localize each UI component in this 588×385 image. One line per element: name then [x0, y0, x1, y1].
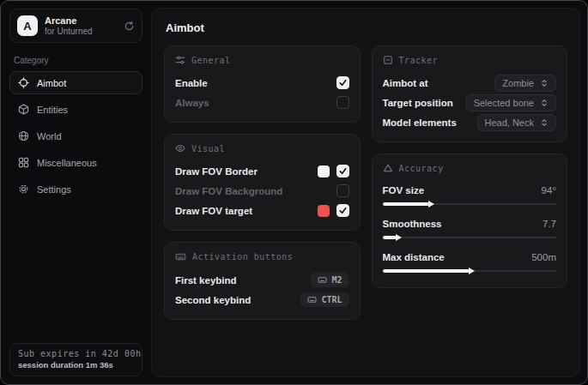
- sidebar-item-entities[interactable]: Entities: [9, 98, 142, 121]
- select-value: Selected bone: [474, 98, 534, 108]
- select-value: Head, Neck: [485, 117, 534, 128]
- aimbot-at-select[interactable]: Zombie: [494, 75, 556, 92]
- row-controls: [336, 184, 349, 197]
- toggle-row-fov-border: Draw FOV Border: [175, 161, 349, 181]
- triangle-icon: [383, 163, 393, 173]
- sidebar-spacer: [9, 201, 142, 343]
- brand-logo: A: [17, 15, 38, 36]
- smoothness-slider[interactable]: [383, 233, 557, 242]
- keyboard-icon: [175, 251, 186, 262]
- scan-icon: [383, 55, 393, 65]
- toggle-row-enable: Enable: [175, 73, 349, 93]
- slider-label: Max distance: [383, 252, 445, 262]
- accuracy-card-header: Accuracy: [383, 163, 557, 173]
- slider-head: Smoothness 7.7: [383, 214, 557, 232]
- refresh-icon[interactable]: [124, 21, 135, 32]
- second-keybind-button[interactable]: CTRL: [300, 292, 349, 307]
- app-window: A Arcane for Unturned Category: [0, 0, 588, 385]
- select-row-aimbot-at: Aimbot at Zombie: [383, 73, 557, 93]
- sidebar-item-world[interactable]: World: [9, 124, 142, 147]
- sub-expiry-text: Sub expires in 42d 00h: [18, 349, 134, 358]
- target-position-select[interactable]: Selected bone: [466, 94, 556, 111]
- card-title: Visual: [191, 144, 225, 153]
- fov-border-checkbox[interactable]: [336, 165, 349, 177]
- chevrons-up-down-icon: [540, 79, 549, 87]
- sidebar-item-miscellaneous[interactable]: Miscellaneous: [9, 151, 142, 174]
- tracker-card: Tracker Aimbot at Zombie: [372, 45, 568, 142]
- general-card-header: General: [175, 55, 349, 65]
- slider-group-fov-size: FOV size 94°: [383, 181, 557, 208]
- select-value: Zombie: [502, 78, 534, 88]
- sidebar-item-label: Entities: [37, 105, 68, 115]
- toggle-row-fov-background: Draw FOV Background: [175, 181, 349, 201]
- card-title: Accuracy: [399, 164, 444, 173]
- slider-value: 94°: [542, 185, 556, 196]
- row-label: Enable: [175, 78, 208, 88]
- tracker-card-header: Tracker: [383, 55, 557, 65]
- sliders-icon: [175, 55, 185, 65]
- brand-subtitle: for Unturned: [45, 27, 117, 37]
- max-distance-slider[interactable]: [383, 267, 557, 275]
- card-title: General: [191, 56, 231, 65]
- row-label: Second keybind: [175, 295, 251, 305]
- enable-checkbox[interactable]: [336, 76, 349, 89]
- slider-value: 7.7: [543, 219, 556, 229]
- visual-card-header: Visual: [175, 143, 349, 153]
- brand-name: Arcane: [45, 15, 117, 27]
- select-row-target-position: Target position Selected bone: [383, 93, 557, 112]
- general-card: General Enable Always: [164, 45, 361, 123]
- fov-background-checkbox[interactable]: [336, 184, 349, 197]
- toggle-row-always: Always: [175, 93, 349, 112]
- brand-card: A Arcane for Unturned: [9, 9, 142, 43]
- sidebar-item-settings[interactable]: Settings: [9, 177, 142, 201]
- always-checkbox[interactable]: [336, 96, 349, 109]
- session-duration-text: session duration 1m 36s: [18, 360, 134, 370]
- keybind-row-second: Second keybind CTRL: [175, 290, 349, 310]
- slider-label: FOV size: [383, 185, 425, 196]
- slider-head: Max distance 500m: [383, 248, 557, 266]
- fov-target-checkbox[interactable]: [336, 204, 349, 217]
- main-panel: Aimbot General: [151, 8, 580, 377]
- sidebar-nav: Aimbot Entities: [9, 71, 142, 201]
- keybind-value: CTRL: [321, 295, 342, 304]
- keybind-value: M2: [331, 275, 342, 285]
- slider-head: FOV size 94°: [383, 181, 557, 199]
- globe-icon: [18, 130, 29, 141]
- first-keybind-button[interactable]: M2: [311, 273, 349, 287]
- slider-value: 500m: [531, 252, 556, 262]
- gear-icon: [18, 183, 29, 195]
- crosshair-icon: [18, 77, 29, 88]
- row-label: Draw FOV Background: [175, 186, 282, 196]
- card-columns: General Enable Always: [164, 45, 567, 320]
- model-elements-select[interactable]: Head, Neck: [477, 114, 556, 131]
- row-label: Target position: [383, 98, 453, 108]
- sidebar-item-label: Miscellaneous: [37, 158, 97, 168]
- row-label: First keybind: [175, 275, 237, 286]
- activation-card-header: Activation buttons: [175, 251, 349, 262]
- row-label: Draw FOV target: [175, 206, 252, 216]
- toggle-row-fov-target: Draw FOV target: [175, 201, 349, 220]
- keyboard-icon: [318, 275, 327, 285]
- eye-icon: [175, 143, 185, 153]
- row-controls: [318, 165, 349, 177]
- slider-track: [383, 237, 557, 238]
- right-column: Tracker Aimbot at Zombie: [372, 45, 568, 288]
- row-label: Aimbot at: [383, 78, 428, 88]
- brand-text: Arcane for Unturned: [45, 15, 117, 36]
- slider-fill: [383, 236, 397, 239]
- keybind-row-first: First keybind M2: [175, 270, 349, 290]
- sidebar-item-label: World: [37, 131, 62, 141]
- fov-border-color-swatch[interactable]: [318, 165, 330, 177]
- accuracy-card: Accuracy FOV size 94°: [372, 153, 568, 288]
- fov-size-slider[interactable]: [383, 200, 557, 208]
- slider-label: Smoothness: [383, 219, 442, 229]
- page-title: Aimbot: [166, 21, 567, 34]
- keyboard-icon: [307, 295, 317, 304]
- visual-card: Visual Draw FOV Border Draw FOV Backgrou…: [164, 134, 361, 231]
- row-controls: [318, 204, 349, 217]
- sidebar-item-aimbot[interactable]: Aimbot: [9, 71, 142, 94]
- slider-fill: [383, 202, 430, 206]
- fov-target-color-swatch[interactable]: [318, 205, 330, 217]
- subscription-status-card: Sub expires in 42d 00h session duration …: [9, 343, 142, 376]
- sidebar: A Arcane for Unturned Category: [1, 1, 151, 384]
